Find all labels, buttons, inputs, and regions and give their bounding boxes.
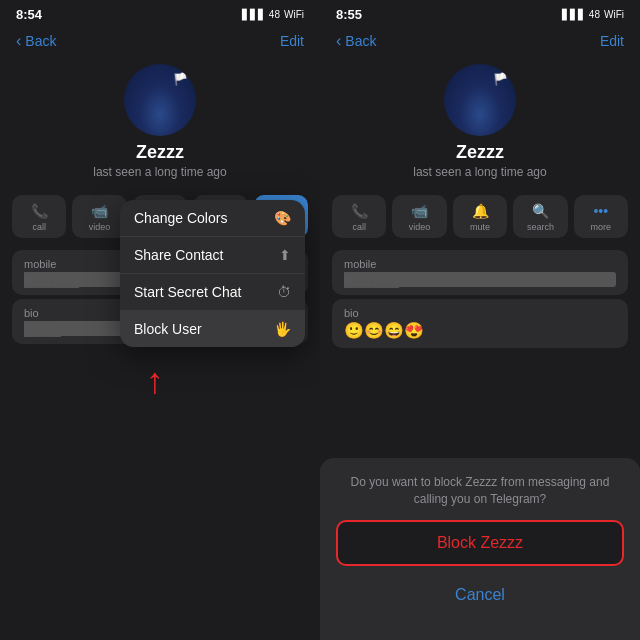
share-contact-item[interactable]: Share Contact ⬆ xyxy=(120,237,305,274)
right-search-icon: 🔍 xyxy=(532,203,549,219)
right-status-icons: ▋▋▋ 48 WiFi xyxy=(562,9,624,20)
left-avatar: 🏳️ xyxy=(124,64,196,136)
right-mobile-row: mobile ██████ xyxy=(332,250,628,295)
secret-chat-icon: ⏱ xyxy=(277,284,291,300)
start-secret-chat-label: Start Secret Chat xyxy=(134,284,241,300)
call-icon: 📞 xyxy=(31,203,48,219)
right-screen: 8:55 ▋▋▋ 48 WiFi ‹ Back Edit 🏳️ Zezzz la… xyxy=(320,0,640,640)
share-contact-icon: ⬆ xyxy=(279,247,291,263)
left-flag-icon: 🏳️ xyxy=(173,72,188,86)
right-more-button[interactable]: ••• more xyxy=(574,195,628,238)
call-label: call xyxy=(32,222,46,232)
right-call-label: call xyxy=(352,222,366,232)
right-mute-icon: 🔔 xyxy=(472,203,489,219)
share-contact-label: Share Contact xyxy=(134,247,224,263)
right-time: 8:55 xyxy=(336,7,362,22)
left-profile-name: Zezzz xyxy=(136,142,184,163)
right-signal-icon: ▋▋▋ 48 xyxy=(562,9,600,20)
block-dialog-text: Do you want to block Zezzz from messagin… xyxy=(336,474,624,508)
cancel-button[interactable]: Cancel xyxy=(336,574,624,616)
left-profile-section: 🏳️ Zezzz last seen a long time ago xyxy=(0,54,320,187)
right-search-label: search xyxy=(527,222,554,232)
right-back-arrow-icon: ‹ xyxy=(336,32,341,50)
block-confirm-label: Block Zezzz xyxy=(437,534,523,551)
change-colors-item[interactable]: Change Colors 🎨 xyxy=(120,200,305,237)
left-back-label: Back xyxy=(25,33,56,49)
right-nav-bar: ‹ Back Edit xyxy=(320,28,640,54)
right-flag-icon: 🏳️ xyxy=(493,72,508,86)
right-mute-label: mute xyxy=(470,222,490,232)
right-edit-button[interactable]: Edit xyxy=(600,33,624,49)
block-confirm-button[interactable]: Block Zezzz xyxy=(336,520,624,566)
right-search-button[interactable]: 🔍 search xyxy=(513,195,567,238)
signal-icon: ▋▋▋ 48 xyxy=(242,9,280,20)
right-video-icon: 📹 xyxy=(411,203,428,219)
left-edit-button[interactable]: Edit xyxy=(280,33,304,49)
right-status-bar: 8:55 ▋▋▋ 48 WiFi xyxy=(320,0,640,28)
wifi-icon: WiFi xyxy=(284,9,304,20)
right-mobile-value: ██████ xyxy=(344,272,616,287)
left-back-arrow-icon: ‹ xyxy=(16,32,21,50)
left-profile-status: last seen a long time ago xyxy=(93,165,226,179)
change-colors-icon: 🎨 xyxy=(274,210,291,226)
right-video-label: video xyxy=(409,222,431,232)
video-button[interactable]: 📹 video xyxy=(72,195,126,238)
right-mute-button[interactable]: 🔔 mute xyxy=(453,195,507,238)
change-colors-label: Change Colors xyxy=(134,210,227,226)
right-avatar: 🏳️ xyxy=(444,64,516,136)
video-label: video xyxy=(89,222,111,232)
right-mobile-label: mobile xyxy=(344,258,616,270)
right-bio-row: bio 🙂😊😄😍 xyxy=(332,299,628,348)
right-bio-label: bio xyxy=(344,307,616,319)
right-profile-section: 🏳️ Zezzz last seen a long time ago xyxy=(320,54,640,187)
call-button[interactable]: 📞 call xyxy=(12,195,66,238)
right-call-icon: 📞 xyxy=(351,203,368,219)
dropdown-menu: Change Colors 🎨 Share Contact ⬆ Start Se… xyxy=(120,200,305,347)
right-wifi-icon: WiFi xyxy=(604,9,624,20)
right-back-label: Back xyxy=(345,33,376,49)
right-more-icon: ••• xyxy=(593,203,608,219)
block-dialog: Do you want to block Zezzz from messagin… xyxy=(320,458,640,640)
right-profile-name: Zezzz xyxy=(456,142,504,163)
left-time: 8:54 xyxy=(16,7,42,22)
block-icon: 🖐 xyxy=(274,321,291,337)
left-screen: 8:54 ▋▋▋ 48 WiFi ‹ Back Edit 🏳️ Zezzz la… xyxy=(0,0,320,640)
right-video-button[interactable]: 📹 video xyxy=(392,195,446,238)
right-call-button[interactable]: 📞 call xyxy=(332,195,386,238)
block-user-item[interactable]: Block User 🖐 xyxy=(120,311,305,347)
left-status-bar: 8:54 ▋▋▋ 48 WiFi xyxy=(0,0,320,28)
video-icon: 📹 xyxy=(91,203,108,219)
left-status-icons: ▋▋▋ 48 WiFi xyxy=(242,9,304,20)
left-back-button[interactable]: ‹ Back xyxy=(16,32,56,50)
block-user-label: Block User xyxy=(134,321,202,337)
right-more-label: more xyxy=(591,222,612,232)
cancel-label: Cancel xyxy=(455,586,505,603)
right-bio-emojis: 🙂😊😄😍 xyxy=(344,321,616,340)
right-action-buttons: 📞 call 📹 video 🔔 mute 🔍 search ••• more xyxy=(320,187,640,246)
arrow-indicator: ↑ xyxy=(146,360,164,402)
start-secret-chat-item[interactable]: Start Secret Chat ⏱ xyxy=(120,274,305,311)
left-nav-bar: ‹ Back Edit xyxy=(0,28,320,54)
right-back-button[interactable]: ‹ Back xyxy=(336,32,376,50)
right-profile-status: last seen a long time ago xyxy=(413,165,546,179)
